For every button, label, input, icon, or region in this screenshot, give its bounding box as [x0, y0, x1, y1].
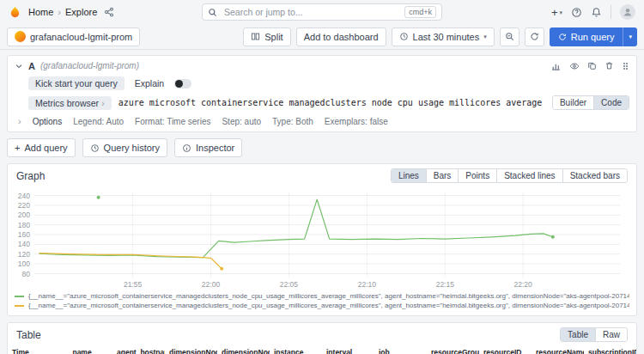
- notifications-bell-icon[interactable]: [591, 7, 602, 18]
- query-options-toggle[interactable]: › Options Legend: AutoFormat: Time serie…: [18, 116, 629, 126]
- graph-panel: Graph LinesBarsPointsStacked linesStacke…: [7, 163, 637, 316]
- top-navigation: Home › Explore cmd+k + ▾: [0, 0, 644, 24]
- legend-series-label: {__name__="azure_microsoft_containerserv…: [28, 301, 629, 310]
- table-column-header[interactable]: __name__: [60, 345, 112, 354]
- split-button[interactable]: Split: [243, 27, 290, 46]
- svg-text:80: 80: [22, 270, 31, 278]
- explore-content: A (grafanacloud-lgmit-prom): [0, 50, 644, 354]
- remove-query-trash-icon[interactable]: [605, 61, 614, 70]
- run-query-button[interactable]: Run query ▾: [550, 27, 637, 46]
- table-panel-title: Table: [16, 329, 41, 341]
- metrics-browser-button[interactable]: Metrics browser ›: [28, 96, 112, 110]
- add-to-dashboard-label: Add to dashboard: [304, 32, 379, 42]
- plus-icon: +: [15, 143, 20, 153]
- query-history-button[interactable]: Query history: [82, 138, 167, 157]
- add-query-label: Add query: [24, 143, 67, 153]
- plus-icon: +: [551, 7, 558, 18]
- table-column-header[interactable]: resourceGroup: [427, 345, 479, 354]
- graph-mode-bars[interactable]: Bars: [426, 169, 459, 182]
- query-option-item: Format: Time series: [135, 117, 210, 126]
- options-caret-icon: ›: [18, 116, 21, 126]
- collapse-query-chevron-icon[interactable]: [15, 62, 23, 70]
- breadcrumb-home[interactable]: Home: [28, 7, 53, 17]
- datasource-picker[interactable]: grafanacloud-lgmit-prom: [7, 27, 140, 46]
- caret-down-icon: ▾: [629, 34, 632, 40]
- table-column-header[interactable]: resourceName: [532, 345, 584, 354]
- editor-mode-builder[interactable]: Builder: [553, 96, 593, 109]
- add-to-dashboard-button[interactable]: Add to dashboard: [296, 27, 386, 46]
- legend-series-color: [15, 296, 24, 297]
- time-range-picker[interactable]: Last 30 minutes ▾: [392, 27, 495, 46]
- svg-text:240: 240: [18, 192, 30, 200]
- datasource-logo-icon: [15, 31, 26, 42]
- svg-text:200: 200: [18, 211, 30, 219]
- table-column-header[interactable]: dimensionNode: [165, 345, 217, 354]
- table-column-header[interactable]: agent_hostname: [112, 345, 165, 354]
- search-icon: [208, 8, 217, 17]
- user-avatar[interactable]: [620, 4, 635, 20]
- graph-mode-lines[interactable]: Lines: [392, 169, 426, 182]
- breadcrumb-explore[interactable]: Explore: [65, 7, 97, 17]
- explore-toolbar: grafanacloud-lgmit-prom Split Add to das…: [0, 24, 644, 50]
- table-view-toggle: TableRaw: [560, 327, 628, 342]
- legend-item[interactable]: {__name__="azure_microsoft_containerserv…: [15, 291, 629, 301]
- legend-series-color: [15, 305, 24, 307]
- time-range-label: Last 30 minutes: [413, 32, 480, 42]
- graph-legend: {__name__="azure_microsoft_containerserv…: [8, 290, 636, 315]
- table-column-header[interactable]: dimensionNodepoo: [217, 345, 270, 354]
- svg-text:140: 140: [18, 240, 30, 248]
- run-query-dropdown[interactable]: ▾: [623, 27, 637, 46]
- graph-mode-stacked-lines[interactable]: Stacked lines: [496, 169, 562, 182]
- legend-item[interactable]: {__name__="azure_microsoft_containerserv…: [15, 301, 629, 310]
- graph-panel-title: Graph: [16, 170, 45, 182]
- table-column-header[interactable]: resourceID: [479, 345, 532, 354]
- svg-text:22:20: 22:20: [514, 280, 533, 289]
- table-column-header[interactable]: Time: [8, 345, 60, 354]
- query-stats-icon[interactable]: [551, 61, 562, 71]
- hide-response-eye-icon[interactable]: [569, 61, 580, 71]
- graph-canvas[interactable]: 8010012014016018020022024021:5522:0022:0…: [12, 186, 629, 290]
- table-column-header[interactable]: job: [374, 345, 427, 354]
- breadcrumb: Home › Explore: [28, 7, 97, 17]
- results-table-wrap: Time__name__agent_hostnamedimensionNoded…: [8, 345, 636, 354]
- share-icon[interactable]: [104, 7, 114, 17]
- explain-toggle[interactable]: [174, 79, 191, 88]
- table-header-row: Time__name__agent_hostnamedimensionNoded…: [8, 345, 636, 354]
- query-datasource-hint: (grafanacloud-lgmit-prom): [40, 61, 139, 70]
- grafana-logo[interactable]: [9, 6, 21, 19]
- info-circle-icon: [182, 143, 191, 153]
- table-column-header[interactable]: interval: [322, 345, 374, 354]
- zoom-out-time-button[interactable]: [500, 27, 519, 46]
- table-view-raw[interactable]: Raw: [595, 328, 627, 341]
- query-code-input[interactable]: azure_microsoft_containerservice_managed…: [118, 98, 545, 107]
- graph-mode-points[interactable]: Points: [458, 169, 496, 182]
- help-icon[interactable]: [571, 7, 582, 18]
- query-option-item: Exemplars: false: [325, 117, 388, 126]
- table-view-table[interactable]: Table: [561, 328, 595, 341]
- search-box[interactable]: cmd+k: [202, 3, 442, 21]
- table-column-header[interactable]: subscriptionID: [584, 345, 636, 354]
- refresh-icon: [530, 32, 539, 41]
- inspector-button[interactable]: Inspector: [174, 138, 242, 157]
- svg-text:22:05: 22:05: [280, 280, 299, 289]
- caret-down-icon: ▾: [483, 34, 487, 40]
- split-icon: [251, 32, 260, 41]
- search-input[interactable]: [222, 6, 399, 18]
- split-label: Split: [264, 32, 283, 42]
- graph-mode-stacked-bars[interactable]: Stacked bars: [562, 169, 627, 182]
- query-ref-id[interactable]: A: [28, 61, 35, 71]
- kick-start-query-button[interactable]: Kick start your query: [28, 76, 125, 90]
- search-shortcut-badge: cmd+k: [404, 6, 436, 18]
- explain-label: Explain: [135, 78, 164, 88]
- run-query-label: Run query: [571, 32, 615, 42]
- duplicate-query-icon[interactable]: [587, 61, 597, 70]
- drag-handle-icon[interactable]: [622, 61, 629, 71]
- inspector-label: Inspector: [196, 143, 234, 153]
- clock-icon: [399, 32, 409, 41]
- add-query-button[interactable]: + Add query: [7, 138, 76, 157]
- new-menu-button[interactable]: + ▾: [551, 7, 562, 18]
- table-column-header[interactable]: instance: [270, 345, 322, 354]
- refresh-button[interactable]: [525, 27, 544, 46]
- editor-mode-code[interactable]: Code: [593, 96, 629, 109]
- query-option-item: Step: auto: [222, 117, 261, 126]
